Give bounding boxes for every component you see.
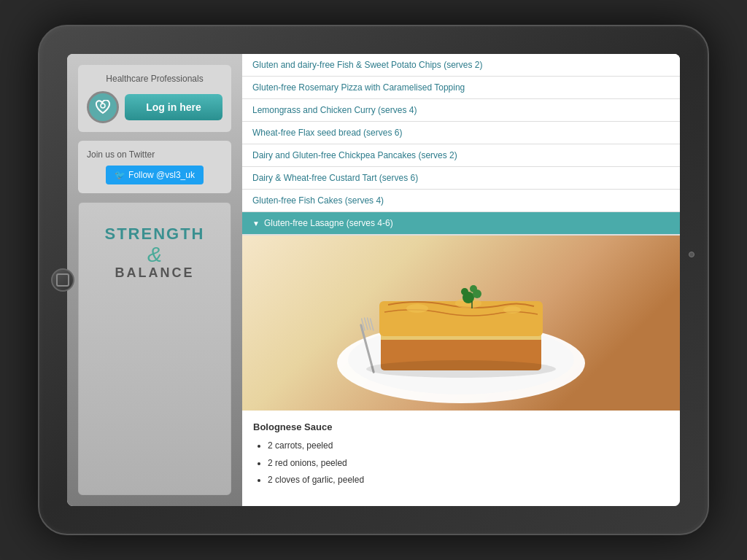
ingredient-list: 2 carrots, peeled 2 red onions, peeled 2… xyxy=(253,438,669,489)
recipe-item-5[interactable]: Dairy and Gluten-free Chickpea Pancakes … xyxy=(242,144,680,167)
lasagne-image xyxy=(242,236,680,411)
healthcare-section: Healthcare Professionals Log in here xyxy=(78,65,231,132)
balance-text: BALANCE xyxy=(90,265,220,281)
twitter-section: Join us on Twitter 🐦 Follow @vsl3_uk xyxy=(78,141,231,193)
recipe-item-8-active[interactable]: ▼ Gluten-free Lasagne (serves 4-6) xyxy=(242,212,680,235)
twitter-bird-icon: 🐦 xyxy=(115,170,125,180)
ingredient-1: 2 carrots, peeled xyxy=(268,438,669,454)
ipad-frame: Healthcare Professionals Log in here Joi… xyxy=(38,25,709,535)
bolognese-title: Bolognese Sauce xyxy=(253,421,669,432)
twitter-handle-label: Follow @vsl3_uk xyxy=(128,170,195,180)
home-button[interactable] xyxy=(51,268,74,292)
svg-point-18 xyxy=(470,285,477,292)
ipad-screen: Healthcare Professionals Log in here Joi… xyxy=(67,54,680,506)
recipe-content: Bolognese Sauce 2 carrots, peeled 2 red … xyxy=(242,411,680,501)
login-area: Log in here xyxy=(87,91,222,123)
svg-point-17 xyxy=(461,288,468,295)
ingredient-2: 2 red onions, peeled xyxy=(268,456,669,472)
recipe-item-4[interactable]: Wheat-free Flax seed bread (serves 6) xyxy=(242,122,680,144)
ingredient-3: 2 cloves of garlic, peeled xyxy=(268,472,669,489)
ampersand-text: & xyxy=(90,244,220,265)
recipe-item-2[interactable]: Gluten-free Rosemary Pizza with Carameli… xyxy=(242,77,680,99)
svg-point-7 xyxy=(406,304,428,313)
home-button-inner xyxy=(56,273,69,287)
login-button[interactable]: Log in here xyxy=(125,94,222,120)
side-button[interactable] xyxy=(689,252,694,257)
sidebar: Healthcare Professionals Log in here Joi… xyxy=(67,54,242,506)
recipe-item-3[interactable]: Lemongrass and Chicken Curry (serves 4) xyxy=(242,99,680,122)
heart-icon xyxy=(87,91,119,123)
active-recipe-label: Gluten-free Lasagne (serves 4-6) xyxy=(264,218,393,228)
healthcare-title: Healthcare Professionals xyxy=(87,74,222,84)
svg-point-0 xyxy=(101,104,105,108)
strength-balance-box: STRENGTH & BALANCE xyxy=(78,202,231,495)
recipe-list: Gluten and dairy-free Fish & Sweet Potat… xyxy=(242,54,680,236)
twitter-title: Join us on Twitter xyxy=(87,149,222,160)
svg-point-20 xyxy=(366,360,556,378)
svg-point-9 xyxy=(503,306,521,314)
recipe-item-1[interactable]: Gluten and dairy-free Fish & Sweet Potat… xyxy=(242,54,680,77)
chevron-down-icon: ▼ xyxy=(252,219,260,228)
recipe-item-7[interactable]: Gluten-free Fish Cakes (serves 4) xyxy=(242,190,680,212)
main-content: Gluten and dairy-free Fish & Sweet Potat… xyxy=(242,54,680,506)
strength-text: STRENGTH xyxy=(90,225,220,244)
recipe-item-6[interactable]: Dairy & Wheat-free Custard Tart (serves … xyxy=(242,167,680,190)
twitter-follow-button[interactable]: 🐦 Follow @vsl3_uk xyxy=(106,166,204,184)
